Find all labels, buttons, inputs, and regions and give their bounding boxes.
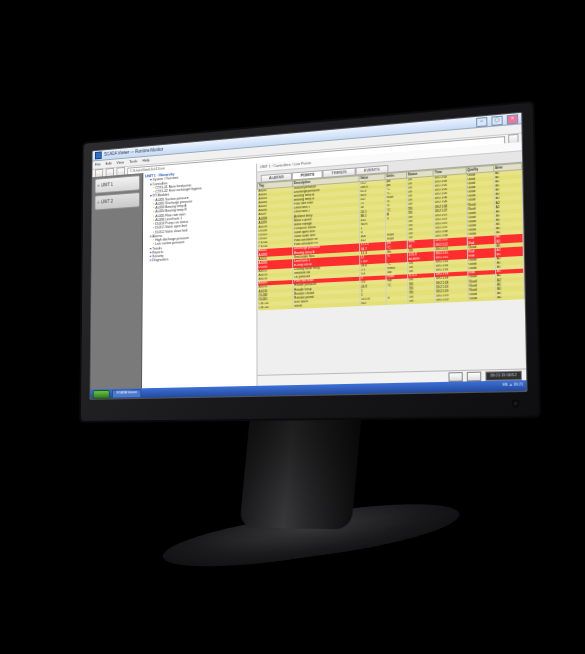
column-header[interactable]: Area (493, 163, 521, 171)
start-button[interactable] (93, 389, 110, 398)
cell: 54 (359, 205, 385, 211)
cell: 3.4 (360, 271, 386, 276)
cell: OK (407, 222, 434, 228)
cell: Gearbox vib (293, 268, 360, 276)
cell: 09:21:16 (434, 267, 467, 273)
table-row[interactable]: AI-005Flow rate main0m3/hLOLO09:21:18Bad… (258, 269, 524, 286)
cell: bar (386, 279, 407, 284)
cell: 09:21:15 (434, 254, 467, 260)
toolbar-go-button[interactable] (508, 134, 519, 145)
tab-points[interactable]: POINTS (292, 170, 323, 180)
cell: 09:21:18 (435, 280, 468, 286)
cell: OK (407, 214, 434, 220)
tree-root[interactable]: System / OverviewControllersCTRL-01 Main… (145, 171, 255, 264)
cell: OK (406, 185, 433, 191)
cell: OK (407, 248, 434, 254)
column-header[interactable]: Value (359, 174, 385, 182)
table-row[interactable]: AI-015Header pressure5.6barOK09:21:18Goo… (258, 273, 524, 290)
cell: h (386, 295, 407, 300)
column-header[interactable]: Status (406, 170, 433, 178)
cell: OK (406, 193, 433, 199)
cell: 09:21:15 (434, 250, 467, 256)
cell: Good (467, 223, 495, 229)
cell: A1 (496, 290, 524, 296)
sidebar-unit-2[interactable]: » UNIT 2 (95, 192, 140, 210)
cell: OK (407, 201, 434, 207)
cell: Good (466, 210, 494, 216)
cell: HIHI (407, 239, 434, 245)
table-row[interactable]: AI-014Oil pressure3.4barOK09:21:16GoodA1 (258, 264, 524, 282)
tab-events[interactable]: EVENTS (355, 165, 388, 175)
cell: Good (467, 214, 495, 220)
table-row[interactable]: DI-030Breaker closed1OK09:21:19GoodA1 (258, 282, 524, 298)
cell: Good (466, 189, 494, 195)
cell: 09:21:07 (434, 220, 467, 226)
cell: A2 (495, 247, 523, 253)
sidebar-unit-2-label: UNIT 2 (101, 199, 113, 204)
cell: Good (466, 184, 494, 190)
cell: OK (406, 189, 433, 195)
menu-edit[interactable]: Edit (105, 161, 111, 166)
table-row[interactable]: CNT-02Starts612OK09:21:19GoodA1 (258, 295, 524, 311)
cell: HI (407, 243, 434, 249)
taskbar-app[interactable]: SCADA Viewer (112, 389, 141, 398)
menu-file[interactable]: File (95, 162, 101, 167)
unit-sidebar: » UNIT 1 » UNIT 2 (90, 173, 143, 389)
cell: E-Stop circuit (293, 260, 360, 268)
menu-help[interactable]: Help (142, 158, 149, 163)
cell: A1 (494, 204, 522, 210)
cell: Good (466, 193, 494, 199)
cell: OK (407, 218, 434, 224)
cell: Starts (293, 302, 360, 309)
cell: 88.5 (359, 213, 385, 219)
column-header[interactable]: Units (385, 172, 406, 179)
table-row[interactable]: CNT-01Run hours14120hOK09:21:19GoodA1 (258, 290, 524, 306)
table-row[interactable]: DI-031Remote permit1OK09:21:19GoodA1 (258, 286, 524, 302)
cell: 09:21:07 (434, 208, 467, 214)
cell: 148.6 (359, 184, 385, 190)
cell: 09:21:16 (434, 259, 467, 265)
cell: l/m (386, 249, 407, 254)
sidebar-unit-1[interactable]: » UNIT 1 (95, 175, 140, 194)
tab-trends[interactable]: TRENDS (323, 167, 356, 177)
table-row[interactable]: AI-016Header temp44.0°COK09:21:18GoodA2 (258, 277, 524, 294)
maximize-button[interactable]: ▢ (491, 115, 502, 125)
cell (385, 220, 406, 226)
cell: OK (408, 290, 435, 295)
monitor-bezel: SCADA Viewer — Runtime Monitor – ▢ × Fil… (79, 100, 541, 423)
power-led-icon (512, 400, 520, 408)
cell: Good (467, 274, 495, 280)
cell: 63.0 (359, 192, 385, 198)
cell: OK (407, 277, 434, 283)
cell: % (386, 253, 407, 258)
cell: Good (466, 171, 494, 178)
cell: A1 (495, 264, 523, 270)
cell (386, 287, 407, 292)
close-button[interactable]: × (507, 114, 519, 124)
cell: 412 (359, 196, 385, 202)
menu-view[interactable]: View (116, 160, 124, 165)
cell: A1 (494, 187, 522, 193)
cell: A2 (494, 191, 522, 197)
cell: A1 (494, 182, 522, 188)
tree-pane[interactable]: UNIT 1 · Hierarchy System / OverviewCont… (142, 164, 257, 389)
cell: A (385, 212, 406, 218)
data-grid[interactable]: TagDescriptionValueUnitsStatusTimeQualit… (257, 163, 526, 375)
table-row[interactable]: AI-013Gearbox vib2.1mm/sOK09:21:16GoodA1 (258, 260, 524, 278)
column-header[interactable]: Time (433, 168, 466, 176)
column-header[interactable]: Quality (466, 165, 494, 173)
cell (386, 258, 407, 263)
cell: A1 (494, 217, 522, 223)
cell: Good (467, 266, 495, 272)
system-tray[interactable]: EN ▲ 09:21 (503, 383, 524, 388)
status-pause-button[interactable] (448, 372, 462, 382)
status-ack-button[interactable] (466, 371, 481, 381)
cell: Good (468, 296, 496, 301)
cell: A1 (494, 174, 522, 180)
cell: Good (468, 287, 496, 293)
cell: Header temp (293, 285, 360, 292)
minimize-button[interactable]: – (476, 116, 487, 126)
menu-tools[interactable]: Tools (129, 159, 137, 164)
cell: psi (386, 241, 407, 246)
cell: 09:21:06 (433, 199, 466, 205)
